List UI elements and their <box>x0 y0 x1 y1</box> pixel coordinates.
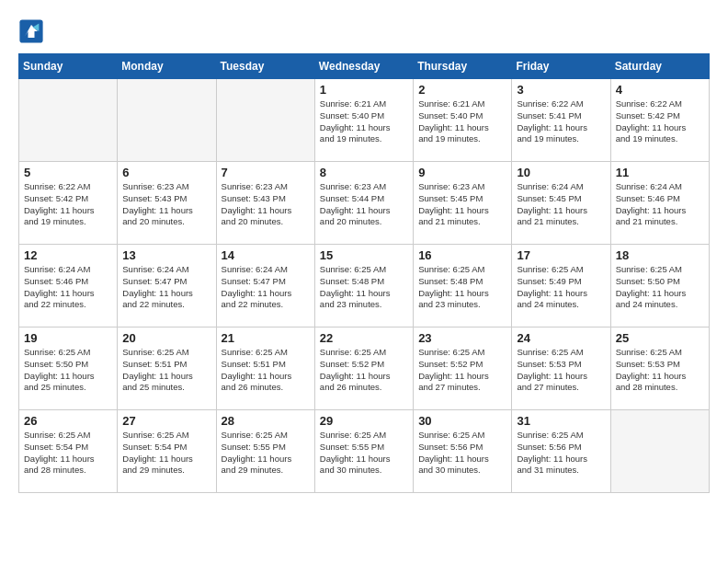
calendar-cell: 13Sunrise: 6:24 AM Sunset: 5:47 PM Dayli… <box>118 245 216 327</box>
day-info: Sunrise: 6:24 AM Sunset: 5:46 PM Dayligh… <box>616 181 704 228</box>
calendar-cell: 22Sunrise: 6:25 AM Sunset: 5:52 PM Dayli… <box>314 327 413 410</box>
day-number: 29 <box>320 414 408 428</box>
day-info: Sunrise: 6:25 AM Sunset: 5:53 PM Dayligh… <box>616 347 704 394</box>
calendar-cell: 26Sunrise: 6:25 AM Sunset: 5:54 PM Dayli… <box>19 410 118 493</box>
calendar-cell: 18Sunrise: 6:25 AM Sunset: 5:50 PM Dayli… <box>610 245 709 327</box>
day-info: Sunrise: 6:25 AM Sunset: 5:51 PM Dayligh… <box>222 347 310 394</box>
day-info: Sunrise: 6:25 AM Sunset: 5:55 PM Dayligh… <box>320 430 408 477</box>
calendar-table: SundayMondayTuesdayWednesdayThursdayFrid… <box>18 53 710 493</box>
calendar-cell: 11Sunrise: 6:24 AM Sunset: 5:46 PM Dayli… <box>610 162 709 245</box>
calendar-cell: 20Sunrise: 6:25 AM Sunset: 5:51 PM Dayli… <box>118 327 216 410</box>
calendar-cell: 9Sunrise: 6:23 AM Sunset: 5:45 PM Daylig… <box>414 162 512 245</box>
day-info: Sunrise: 6:25 AM Sunset: 5:56 PM Dayligh… <box>418 430 506 477</box>
calendar-cell: 30Sunrise: 6:25 AM Sunset: 5:56 PM Dayli… <box>414 410 512 493</box>
weekday-header-row: SundayMondayTuesdayWednesdayThursdayFrid… <box>19 54 710 79</box>
day-info: Sunrise: 6:25 AM Sunset: 5:56 PM Dayligh… <box>517 430 605 477</box>
day-number: 3 <box>517 83 605 97</box>
day-number: 13 <box>122 248 210 262</box>
day-info: Sunrise: 6:25 AM Sunset: 5:54 PM Dayligh… <box>122 430 210 477</box>
calendar-cell <box>19 79 118 162</box>
day-number: 31 <box>517 414 605 428</box>
day-number: 30 <box>418 414 506 428</box>
calendar-cell: 16Sunrise: 6:25 AM Sunset: 5:48 PM Dayli… <box>414 245 512 327</box>
day-info: Sunrise: 6:24 AM Sunset: 5:47 PM Dayligh… <box>122 264 210 311</box>
day-info: Sunrise: 6:25 AM Sunset: 5:48 PM Dayligh… <box>418 264 506 311</box>
day-number: 20 <box>122 331 210 345</box>
day-number: 19 <box>24 331 112 345</box>
calendar-cell: 2Sunrise: 6:21 AM Sunset: 5:40 PM Daylig… <box>414 79 512 162</box>
logo-icon <box>18 18 44 44</box>
weekday-header-tuesday: Tuesday <box>216 54 314 79</box>
day-info: Sunrise: 6:25 AM Sunset: 5:55 PM Dayligh… <box>222 430 310 477</box>
calendar-cell: 1Sunrise: 6:21 AM Sunset: 5:40 PM Daylig… <box>314 79 413 162</box>
day-info: Sunrise: 6:25 AM Sunset: 5:50 PM Dayligh… <box>616 264 704 311</box>
day-info: Sunrise: 6:25 AM Sunset: 5:51 PM Dayligh… <box>122 347 210 394</box>
weekday-header-saturday: Saturday <box>610 54 709 79</box>
day-info: Sunrise: 6:21 AM Sunset: 5:40 PM Dayligh… <box>320 98 408 145</box>
weekday-header-thursday: Thursday <box>414 54 512 79</box>
day-number: 16 <box>418 248 506 262</box>
day-info: Sunrise: 6:23 AM Sunset: 5:43 PM Dayligh… <box>222 181 310 228</box>
day-number: 24 <box>517 331 605 345</box>
calendar-cell: 5Sunrise: 6:22 AM Sunset: 5:42 PM Daylig… <box>19 162 118 245</box>
calendar-cell: 6Sunrise: 6:23 AM Sunset: 5:43 PM Daylig… <box>118 162 216 245</box>
calendar-cell <box>216 79 314 162</box>
calendar-cell: 14Sunrise: 6:24 AM Sunset: 5:47 PM Dayli… <box>216 245 314 327</box>
week-row-1: 1Sunrise: 6:21 AM Sunset: 5:40 PM Daylig… <box>19 79 710 162</box>
day-info: Sunrise: 6:22 AM Sunset: 5:41 PM Dayligh… <box>517 98 605 145</box>
day-number: 23 <box>418 331 506 345</box>
weekday-header-wednesday: Wednesday <box>314 54 413 79</box>
week-row-4: 19Sunrise: 6:25 AM Sunset: 5:50 PM Dayli… <box>19 327 710 410</box>
day-number: 22 <box>320 331 408 345</box>
day-number: 26 <box>24 414 112 428</box>
day-info: Sunrise: 6:25 AM Sunset: 5:54 PM Dayligh… <box>24 430 112 477</box>
calendar-cell: 29Sunrise: 6:25 AM Sunset: 5:55 PM Dayli… <box>314 410 413 493</box>
week-row-3: 12Sunrise: 6:24 AM Sunset: 5:46 PM Dayli… <box>19 245 710 327</box>
day-info: Sunrise: 6:25 AM Sunset: 5:52 PM Dayligh… <box>320 347 408 394</box>
day-number: 21 <box>222 331 310 345</box>
calendar-cell <box>118 79 216 162</box>
day-info: Sunrise: 6:25 AM Sunset: 5:49 PM Dayligh… <box>517 264 605 311</box>
day-number: 27 <box>122 414 210 428</box>
calendar-cell: 28Sunrise: 6:25 AM Sunset: 5:55 PM Dayli… <box>216 410 314 493</box>
calendar-cell: 3Sunrise: 6:22 AM Sunset: 5:41 PM Daylig… <box>512 79 610 162</box>
day-number: 14 <box>222 248 310 262</box>
day-info: Sunrise: 6:22 AM Sunset: 5:42 PM Dayligh… <box>24 181 112 228</box>
day-number: 28 <box>222 414 310 428</box>
calendar-cell: 23Sunrise: 6:25 AM Sunset: 5:52 PM Dayli… <box>414 327 512 410</box>
day-number: 18 <box>616 248 704 262</box>
day-number: 11 <box>616 166 704 179</box>
calendar-cell: 17Sunrise: 6:25 AM Sunset: 5:49 PM Dayli… <box>512 245 610 327</box>
calendar-cell: 25Sunrise: 6:25 AM Sunset: 5:53 PM Dayli… <box>610 327 709 410</box>
day-number: 9 <box>418 166 506 179</box>
day-info: Sunrise: 6:25 AM Sunset: 5:48 PM Dayligh… <box>320 264 408 311</box>
calendar-cell <box>610 410 709 493</box>
calendar-cell: 8Sunrise: 6:23 AM Sunset: 5:44 PM Daylig… <box>314 162 413 245</box>
day-info: Sunrise: 6:24 AM Sunset: 5:46 PM Dayligh… <box>24 264 112 311</box>
weekday-header-sunday: Sunday <box>19 54 118 79</box>
week-row-2: 5Sunrise: 6:22 AM Sunset: 5:42 PM Daylig… <box>19 162 710 245</box>
day-info: Sunrise: 6:25 AM Sunset: 5:52 PM Dayligh… <box>418 347 506 394</box>
day-number: 4 <box>616 83 704 97</box>
calendar-cell: 4Sunrise: 6:22 AM Sunset: 5:42 PM Daylig… <box>610 79 709 162</box>
calendar-cell: 15Sunrise: 6:25 AM Sunset: 5:48 PM Dayli… <box>314 245 413 327</box>
day-number: 25 <box>616 331 704 345</box>
calendar-cell: 27Sunrise: 6:25 AM Sunset: 5:54 PM Dayli… <box>118 410 216 493</box>
page-header <box>18 18 710 44</box>
day-info: Sunrise: 6:24 AM Sunset: 5:47 PM Dayligh… <box>222 264 310 311</box>
day-number: 10 <box>517 166 605 179</box>
calendar-cell: 12Sunrise: 6:24 AM Sunset: 5:46 PM Dayli… <box>19 245 118 327</box>
day-info: Sunrise: 6:25 AM Sunset: 5:50 PM Dayligh… <box>24 347 112 394</box>
day-info: Sunrise: 6:23 AM Sunset: 5:45 PM Dayligh… <box>418 181 506 228</box>
calendar-cell: 24Sunrise: 6:25 AM Sunset: 5:53 PM Dayli… <box>512 327 610 410</box>
day-number: 17 <box>517 248 605 262</box>
weekday-header-monday: Monday <box>118 54 216 79</box>
day-info: Sunrise: 6:23 AM Sunset: 5:43 PM Dayligh… <box>122 181 210 228</box>
day-info: Sunrise: 6:21 AM Sunset: 5:40 PM Dayligh… <box>418 98 506 145</box>
day-number: 7 <box>222 166 310 179</box>
day-number: 8 <box>320 166 408 179</box>
day-number: 2 <box>418 83 506 97</box>
calendar-cell: 19Sunrise: 6:25 AM Sunset: 5:50 PM Dayli… <box>19 327 118 410</box>
day-number: 15 <box>320 248 408 262</box>
logo <box>18 18 48 44</box>
